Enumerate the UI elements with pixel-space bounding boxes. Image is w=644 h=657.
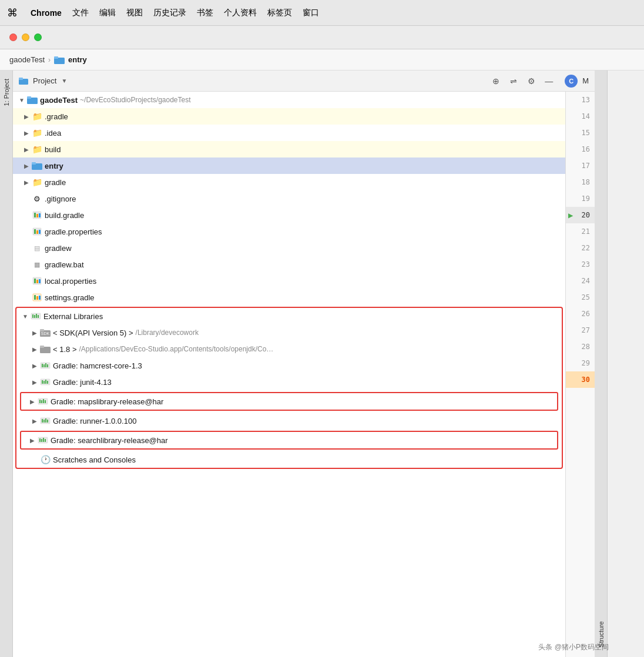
svg-rect-28 — [36, 314, 37, 318]
entry-expand-icon[interactable] — [22, 162, 31, 170]
svg-rect-52 — [43, 420, 45, 423]
gitignore-file-icon: ⚙ — [32, 194, 42, 203]
tree-root[interactable]: gaodeTest ~/DevEcoStudioProjects/gaodeTe… — [13, 92, 565, 108]
main-layout: 1: Project Project ▼ ⊕ ⇌ ⚙ — C M — [0, 71, 644, 657]
list-item[interactable]: settings.gradle — [13, 289, 565, 306]
runner-icon — [40, 416, 51, 425]
gradle-expand-icon[interactable] — [22, 112, 31, 120]
list-item[interactable]: Gradle: searchlibrary-release@har — [21, 432, 557, 448]
sdk-expand-icon[interactable] — [31, 328, 39, 337]
line-14: 14 — [566, 108, 595, 125]
mapslibrary-expand-icon[interactable] — [28, 397, 36, 405]
svg-rect-29 — [38, 315, 39, 318]
toolbar-dropdown-icon[interactable]: ▼ — [61, 78, 67, 84]
ext-lib-expand-icon[interactable] — [21, 312, 29, 320]
searchlibrary-expand-icon[interactable] — [28, 436, 36, 444]
minimize-button[interactable] — [22, 33, 29, 41]
svg-rect-26 — [32, 314, 33, 318]
list-item[interactable]: < 1.8 > /Applications/DevEco-Studio.app/… — [16, 341, 562, 357]
list-item[interactable]: ⚙ .gitignore — [13, 190, 565, 207]
avatar-extra: M — [582, 76, 589, 85]
file-tree[interactable]: gaodeTest ~/DevEcoStudioProjects/gaodeTe… — [13, 92, 565, 657]
menu-bookmark[interactable]: 书签 — [197, 8, 213, 18]
svg-rect-34 — [40, 346, 44, 348]
sdk-api5-label: < SDK(API Version 5) > — [53, 328, 133, 337]
mapslibrary-label: Gradle: mapslibrary-release@har — [51, 397, 163, 406]
entry-folder-icon — [32, 161, 42, 170]
window-chrome — [0, 26, 644, 49]
list-item[interactable]: Gradle: hamcrest-core-1.3 — [16, 357, 562, 374]
idea-expand-icon[interactable] — [22, 129, 31, 137]
svg-rect-27 — [34, 315, 35, 318]
root-expand-icon[interactable] — [18, 96, 26, 104]
gradle-props-spacer — [22, 227, 31, 236]
list-item[interactable]: Gradle: junit-4.13 — [16, 374, 562, 390]
toolbar-folder-icon — [19, 77, 28, 85]
line-24: 24 — [566, 273, 595, 289]
structure-tab-label[interactable]: Structure — [596, 618, 606, 651]
project-tab-label[interactable]: 1: Project — [2, 75, 11, 109]
svg-rect-37 — [43, 364, 45, 367]
external-libraries-section: External Libraries SDK < SDK(API Ve — [15, 307, 563, 469]
breadcrumb-root[interactable]: gaodeTest — [9, 55, 45, 64]
list-item[interactable]: 📁 build — [13, 141, 565, 157]
breadcrumb-folder-icon — [54, 56, 65, 64]
toolbar-settings-icon[interactable]: ⚙ — [525, 75, 538, 88]
menu-history[interactable]: 历史记录 — [153, 8, 186, 18]
maximize-button[interactable] — [34, 33, 42, 41]
line-30: 30 — [566, 371, 595, 388]
panel-toolbar: Project ▼ ⊕ ⇌ ⚙ — C M — [13, 71, 595, 92]
list-item[interactable]: Gradle: runner-1.0.0.100 — [16, 413, 562, 429]
list-item[interactable]: local.properties — [13, 273, 565, 289]
entry-folder-label: entry — [45, 162, 63, 170]
mapslibrary-icon — [38, 397, 48, 406]
list-item[interactable]: ▤ gradlew — [13, 240, 565, 256]
jdk-expand-icon[interactable] — [31, 345, 39, 353]
menu-view[interactable]: 视图 — [126, 8, 143, 18]
close-button[interactable] — [9, 33, 17, 41]
list-item[interactable]: build.gradle — [13, 207, 565, 223]
list-item[interactable]: 📁 gradle — [13, 174, 565, 190]
sdk-folder-icon: SDK — [40, 328, 51, 337]
mapslibrary-box: Gradle: mapslibrary-release@har — [20, 392, 558, 411]
svg-rect-36 — [42, 364, 43, 367]
svg-rect-22 — [34, 295, 36, 300]
menu-edit[interactable]: 编辑 — [99, 8, 116, 18]
breadcrumb-separator: › — [48, 56, 51, 64]
build-expand-icon[interactable] — [22, 145, 31, 153]
gradle2-expand-icon[interactable] — [22, 178, 31, 186]
list-item[interactable]: ▦ gradlew.bat — [13, 256, 565, 273]
external-libraries-header[interactable]: External Libraries — [16, 308, 562, 324]
svg-rect-57 — [41, 439, 42, 442]
menu-file[interactable]: 文件 — [72, 8, 89, 18]
menu-tabs[interactable]: 标签页 — [267, 8, 292, 18]
toolbar-target-icon[interactable]: ⊕ — [489, 75, 502, 88]
line-27: 27 — [566, 322, 595, 338]
menu-window[interactable]: 窗口 — [303, 8, 319, 18]
runner-expand-icon[interactable] — [31, 417, 39, 425]
runner-label: Gradle: runner-1.0.0.100 — [53, 417, 136, 425]
menu-profile[interactable]: 个人资料 — [224, 8, 257, 18]
toolbar-close-icon[interactable]: — — [542, 75, 555, 88]
side-tab-right[interactable]: Structure — [595, 71, 608, 657]
list-item[interactable]: 📁 .gradle — [13, 108, 565, 125]
list-item[interactable]: 🕐 Scratches and Consoles — [16, 451, 562, 468]
hamcrest-expand-icon[interactable] — [31, 361, 39, 370]
local-props-label: local.properties — [45, 277, 96, 286]
svg-rect-39 — [47, 364, 48, 367]
list-item[interactable]: entry — [13, 157, 565, 174]
line-numbers-panel: 13 14 15 16 17 18 19 ▶ 20 21 22 23 24 25… — [565, 92, 595, 657]
list-item[interactable]: 📁 .idea — [13, 125, 565, 141]
junit-expand-icon[interactable] — [31, 378, 39, 386]
gradle2-folder-icon: 📁 — [32, 177, 42, 187]
list-item[interactable]: SDK < SDK(API Version 5) > /Library/deve… — [16, 324, 562, 341]
external-libraries-label: External Libraries — [43, 312, 103, 321]
svg-rect-49 — [45, 400, 46, 403]
list-item[interactable]: Gradle: mapslibrary-release@har — [21, 393, 557, 410]
toolbar-collapse-icon[interactable]: ⇌ — [507, 75, 520, 88]
side-tab-left[interactable]: 1: Project — [0, 71, 13, 657]
list-item[interactable]: gradle.properties — [13, 223, 565, 240]
svg-rect-19 — [36, 280, 38, 283]
avatar: C — [565, 75, 578, 88]
settings-gradle-label: settings.gradle — [45, 293, 95, 302]
